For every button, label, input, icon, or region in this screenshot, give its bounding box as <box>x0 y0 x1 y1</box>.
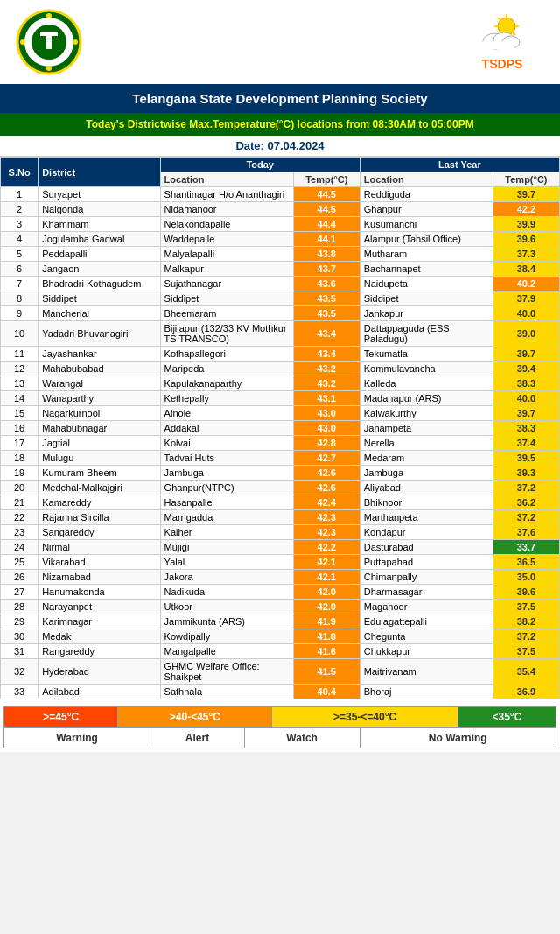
cell-sno: 10 <box>1 321 38 347</box>
cell-last-location: Maitrivanam <box>360 659 493 685</box>
cell-last-temp: 39.9 <box>493 217 559 232</box>
cell-location: Jambuga <box>160 466 293 481</box>
cell-last-location: Kalwakurthy <box>360 406 493 421</box>
svg-line-14 <box>498 18 500 20</box>
cell-location: Marrigadda <box>160 510 293 525</box>
cell-last-temp: 40.0 <box>493 391 559 406</box>
cell-last-temp: 37.6 <box>493 525 559 540</box>
cell-temp: 42.1 <box>293 570 360 585</box>
cell-sno: 7 <box>1 277 38 291</box>
table-row: 26 Nizamabad Jakora 42.1 Chimanpally 35.… <box>1 570 560 585</box>
cell-last-temp: 37.2 <box>493 510 559 525</box>
table-row: 5 Peddapalli Malyalapalli 43.8 Mutharam … <box>1 247 560 262</box>
cell-temp: 42.4 <box>293 495 360 510</box>
cell-location: GHMC Welfare Office: Shaikpet <box>160 659 293 685</box>
cell-last-location: Madanapur (ARS) <box>360 391 493 406</box>
cell-last-location: Puttapahad <box>360 555 493 570</box>
table-row: 15 Nagarkurnool Ainole 43.0 Kalwakurthy … <box>1 406 560 421</box>
date-text: Date: 07.04.2024 <box>235 139 324 152</box>
cell-district: Suryapet <box>38 187 160 202</box>
cell-last-temp: 39.6 <box>493 585 559 600</box>
table-row: 8 Siddipet Siddipet 43.5 Siddipet 37.9 <box>1 291 560 306</box>
cell-last-location: Bachannapet <box>360 262 493 277</box>
cell-sno: 11 <box>1 347 38 362</box>
cell-location: Nelakondapalle <box>160 217 293 232</box>
cell-last-temp: 35.4 <box>493 659 559 685</box>
cell-last-temp: 36.9 <box>493 685 559 699</box>
cell-sno: 8 <box>1 291 38 306</box>
cell-district: Mahabubabad <box>38 362 160 376</box>
legend-color-cell: >40-<45°C <box>118 707 272 727</box>
cell-district: Mulugu <box>38 451 160 466</box>
cell-location: Kethepally <box>160 391 293 406</box>
cell-temp: 41.6 <box>293 644 360 659</box>
cell-location: Ainole <box>160 406 293 421</box>
cell-temp: 44.5 <box>293 187 360 202</box>
cell-location: Maripeda <box>160 362 293 376</box>
table-row: 28 Narayanpet Utkoor 42.0 Maganoor 37.5 <box>1 600 560 614</box>
col-last-year: Last Year <box>360 158 559 172</box>
cell-temp: 42.7 <box>293 451 360 466</box>
cell-temp: 42.0 <box>293 600 360 614</box>
cell-last-location: Bhoraj <box>360 685 493 699</box>
cell-last-temp: 38.3 <box>493 376 559 391</box>
cell-temp: 43.1 <box>293 391 360 406</box>
table-row: 19 Kumuram Bheem Jambuga 42.6 Jambuga 39… <box>1 466 560 481</box>
subtitle-text: Today's Districtwise Max.Temperature(°C)… <box>86 118 473 130</box>
cell-district: Wanaparthy <box>38 391 160 406</box>
cell-sno: 13 <box>1 376 38 391</box>
cell-last-location: Kommulavancha <box>360 362 493 376</box>
col-last-temp: Temp(°C) <box>493 172 559 187</box>
header: TSDPS <box>0 0 560 84</box>
table-row: 14 Wanaparthy Kethepally 43.1 Madanapur … <box>1 391 560 406</box>
cell-last-temp: 39.0 <box>493 321 559 347</box>
cell-district: Rajanna Sircilla <box>38 510 160 525</box>
cell-sno: 28 <box>1 600 38 614</box>
table-row: 16 Mahabubnagar Addakal 43.0 Janampeta 3… <box>1 421 560 436</box>
cell-last-location: Maganoor <box>360 600 493 614</box>
cell-sno: 33 <box>1 685 38 699</box>
cell-temp: 43.4 <box>293 347 360 362</box>
table-row: 30 Medak Kowdipally 41.8 Chegunta 37.2 <box>1 629 560 644</box>
temperature-table: S.No District Today Last Year Location T… <box>0 157 560 699</box>
table-row: 32 Hyderabad GHMC Welfare Office: Shaikp… <box>1 659 560 685</box>
table-row: 17 Jagtial Kolvai 42.8 Nerella 37.4 <box>1 436 560 451</box>
cell-last-location: Ghanpur <box>360 202 493 217</box>
cell-district: Warangal <box>38 376 160 391</box>
cell-last-location: Tekumatla <box>360 347 493 362</box>
cell-last-temp: 38.2 <box>493 614 559 629</box>
logo-left <box>14 7 84 77</box>
cell-district: Karimnagar <box>38 614 160 629</box>
cell-district: Sangareddy <box>38 525 160 540</box>
cell-sno: 24 <box>1 540 38 555</box>
table-row: 3 Khammam Nelakondapalle 44.4 Kusumanchi… <box>1 217 560 232</box>
cell-last-temp: 37.5 <box>493 644 559 659</box>
cell-district: Nizamabad <box>38 570 160 585</box>
cell-location: Hasanpalle <box>160 495 293 510</box>
cell-temp: 42.6 <box>293 466 360 481</box>
cell-temp: 43.2 <box>293 376 360 391</box>
cell-district: Nirmal <box>38 540 160 555</box>
cell-last-temp: 36.5 <box>493 555 559 570</box>
cell-location: Bheemaram <box>160 306 293 321</box>
svg-point-8 <box>73 39 78 45</box>
cell-location: Jakora <box>160 570 293 585</box>
cell-last-location: Dharmasagar <box>360 585 493 600</box>
svg-point-5 <box>46 13 52 18</box>
cell-sno: 1 <box>1 187 38 202</box>
cell-temp: 42.2 <box>293 540 360 555</box>
cell-sno: 15 <box>1 406 38 421</box>
cell-location: Kalher <box>160 525 293 540</box>
table-row: 4 Jogulamba Gadwal Waddepalle 44.1 Alamp… <box>1 232 560 247</box>
cell-last-location: Jambuga <box>360 466 493 481</box>
cell-last-location: Naidupeta <box>360 277 493 291</box>
cell-last-location: Siddipet <box>360 291 493 306</box>
cell-temp: 43.4 <box>293 321 360 347</box>
cell-location: Kowdipally <box>160 629 293 644</box>
cell-last-temp: 40.0 <box>493 306 559 321</box>
cell-sno: 22 <box>1 510 38 525</box>
table-row: 31 Rangareddy Mangalpalle 41.6 Chukkapur… <box>1 644 560 659</box>
cell-temp: 41.8 <box>293 629 360 644</box>
table-row: 10 Yadadri Bhuvanagiri Bijilapur (132/33… <box>1 321 560 347</box>
cell-district: Jayashankar <box>38 347 160 362</box>
